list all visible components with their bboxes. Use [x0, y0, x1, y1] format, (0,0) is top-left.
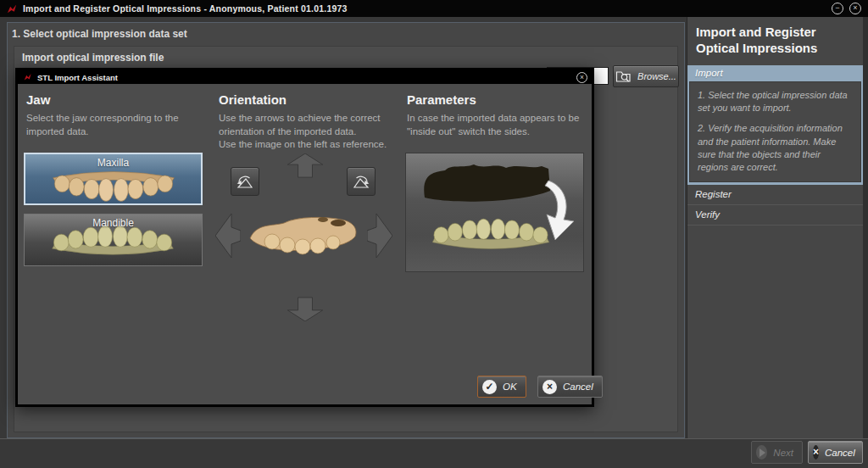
orientation-description: Use the arrows to achieve the correct or…: [219, 112, 395, 152]
import-file-panel-title: Import optical impression file: [22, 52, 164, 64]
browse-button-label: Browse...: [637, 71, 676, 81]
next-button[interactable]: Next: [751, 441, 803, 464]
orientation-description-line2: Use the image on the left as reference.: [219, 139, 387, 149]
jaw-description: Select the jaw corresponding to the impo…: [26, 112, 200, 138]
dialog-close-button[interactable]: ×: [576, 72, 587, 83]
dialog-cancel-button-label: Cancel: [563, 382, 593, 392]
orientation-description-line1: Use the arrows to achieve the correct or…: [219, 113, 380, 136]
sidebar-step-verify[interactable]: Verify: [687, 205, 863, 226]
window-close-button[interactable]: ×: [849, 3, 861, 14]
next-button-label: Next: [773, 448, 793, 458]
check-icon: ✓: [482, 380, 497, 394]
cancel-button-label: Cancel: [825, 448, 855, 458]
dialog-cancel-button[interactable]: × Cancel: [537, 376, 603, 398]
window-titlebar: Import and Register Optical Impressions …: [0, 0, 868, 17]
jaw-option-maxilla[interactable]: Maxilla: [24, 153, 203, 205]
workflow-sidebar: Import and Register Optical Impressions …: [687, 17, 863, 438]
ok-button-label: OK: [503, 382, 517, 392]
dialog-logo-icon: [24, 73, 32, 81]
section-title: 1. Select optical impression data set: [12, 28, 187, 40]
rotate-right-icon: [351, 173, 371, 190]
sidebar-step-register[interactable]: Register: [687, 185, 863, 205]
ok-button[interactable]: ✓ OK: [477, 376, 526, 398]
orient-right-arrow-button[interactable]: [367, 211, 392, 260]
footer-separator: [0, 438, 868, 439]
cross-icon: ×: [542, 380, 557, 394]
parameters-preview-image[interactable]: [405, 153, 584, 272]
rotate-left-button[interactable]: [231, 167, 259, 196]
rotate-left-icon: [235, 173, 255, 190]
minimize-button[interactable]: −: [832, 3, 843, 14]
switch-sides-arrow-icon: [542, 179, 581, 243]
sidebar-edge-strip: [863, 17, 868, 438]
cancel-cross-icon: ×: [813, 445, 819, 460]
import-instructions: 1. Select the optical impression data se…: [689, 81, 861, 182]
jaw-heading: Jaw: [26, 92, 50, 107]
dialog-titlebar: STL Import Assistant ×: [18, 70, 592, 84]
parameters-heading: Parameters: [407, 92, 476, 107]
sidebar-step-import-label: Import: [689, 65, 861, 81]
mandible-label: Mandible: [25, 217, 202, 229]
sidebar-step-import[interactable]: Import 1. Select the optical impression …: [687, 65, 863, 185]
window-title: Import and Register Optical Impressions …: [23, 3, 348, 14]
import-instruction-1: 1. Select the optical impression data se…: [698, 89, 853, 115]
import-instruction-2: 2. Verify the acquisition information an…: [698, 122, 853, 175]
dialog-body: Jaw Select the jaw corresponding to the …: [18, 84, 592, 404]
rotate-right-button[interactable]: [347, 167, 376, 196]
app-logo-icon: [7, 3, 18, 14]
application-window: Import and Register Optical Impressions …: [0, 0, 868, 468]
parameters-description: In case the imported data appears to be …: [407, 112, 581, 138]
chevron-right-icon: [756, 445, 767, 460]
folder-search-icon: [615, 70, 632, 83]
jaw-option-mandible[interactable]: Mandible: [24, 214, 203, 266]
orient-down-arrow-button[interactable]: [287, 296, 323, 321]
orient-up-arrow-button[interactable]: [287, 153, 323, 179]
maxilla-label: Maxilla: [25, 157, 201, 169]
orientation-model-image[interactable]: [243, 199, 364, 267]
stl-import-assistant-dialog: STL Import Assistant × Jaw Select the ja…: [15, 68, 594, 407]
sidebar-title: Import and Register Optical Impressions: [687, 17, 863, 65]
orient-left-arrow-button[interactable]: [215, 211, 241, 260]
browse-button[interactable]: Browse...: [613, 65, 679, 87]
orientation-heading: Orientation: [219, 92, 287, 107]
dialog-title: STL Import Assistant: [37, 73, 118, 82]
cancel-button[interactable]: × Cancel: [808, 441, 863, 464]
